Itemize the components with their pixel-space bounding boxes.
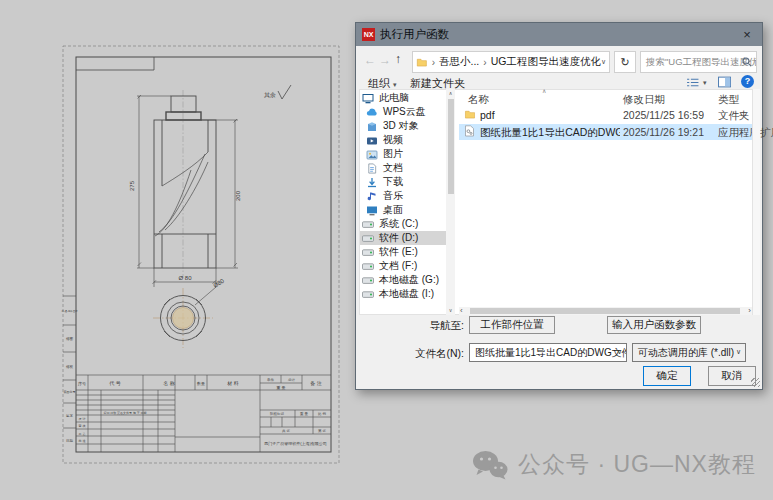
drive-icon [362,219,374,230]
title-block-grid [63,296,331,452]
sidebar-scrollbar[interactable]: ∧ ∨ [446,89,455,315]
view-list-icon[interactable] [686,77,699,88]
list-vertical-scrollbar[interactable] [752,89,760,315]
sidebar-item-drive-e[interactable]: 软件 (E:) [362,245,418,259]
filetype-select[interactable]: 可动态调用的库 (*.dll) ∨ [632,343,746,362]
svg-text:重 量: 重 量 [300,411,308,416]
svg-text:序号: 序号 [78,381,86,386]
sidebar-item-drive-i[interactable]: 本地磁盘 (I:) [362,287,434,301]
up-icon[interactable]: ↑ [395,53,401,65]
front-view [154,90,216,278]
scroll-down-icon[interactable]: ∨ [446,308,455,313]
resize-grip[interactable] [751,378,760,387]
breadcrumb[interactable]: › 吾思小... › UG工程图导出速度优化 ∨ [412,51,610,73]
scrollbar-thumb[interactable] [470,308,740,314]
dialog-titlebar: NX 执行用户函数 × [356,23,762,46]
refresh-icon[interactable]: ↻ [614,51,636,73]
filename-label: 文件名(N): [384,347,464,361]
dim-diameter-bottom: Ø 80 [178,275,192,281]
chevron-down-icon: ▾ [393,81,397,88]
view-options-caret-icon[interactable]: ▾ [703,79,707,87]
picture-icon [366,149,378,160]
filename-value: 图纸批量1比1导出CAD的DWG文件.dll [475,346,627,360]
search-value: 搜索"UG工程图导出速度优化" [641,52,756,72]
svg-text:阶段标记: 阶段标记 [270,411,285,416]
svg-text:总计: 总计 [287,378,296,382]
filename-input[interactable]: 图纸批量1比1导出CAD的DWG文件.dll ∨ [469,343,627,362]
scroll-up-icon[interactable]: ∧ [446,91,455,96]
cube-icon [366,121,378,132]
svg-text:数量: 数量 [197,381,205,386]
drive-icon [362,247,374,258]
scroll-right-icon[interactable]: › [748,306,751,315]
list-horizontal-scrollbar[interactable]: ‹ › [459,307,752,315]
work-part-location-button[interactable]: 工作部件位置 [469,316,555,334]
column-header-name[interactable]: 名称 [468,93,489,107]
wechat-icon [472,450,508,480]
surface-note-label: 其余 [264,92,276,99]
forward-icon[interactable]: → [379,54,391,66]
column-header-date[interactable]: 修改日期 [623,93,665,107]
svg-text:底图总号: 底图总号 [64,390,76,394]
cloud-icon [366,107,378,118]
column-header-type[interactable]: 类型 [718,93,739,107]
sidebar-item-drive-d[interactable]: 软件 (D:) [360,231,447,245]
chevron-down-icon[interactable]: ∨ [617,348,622,356]
cancel-button[interactable]: 取消 [708,366,756,386]
scroll-left-icon[interactable]: ‹ [460,306,463,315]
svg-text:共 张: 共 张 [282,429,290,433]
back-icon[interactable]: ← [364,54,376,66]
section-view [153,287,216,348]
dll-file-icon [464,125,475,137]
svg-text:审 核: 审 核 [79,424,86,428]
breadcrumb-dropdown-icon[interactable]: ∨ [601,58,606,66]
sidebar-item-desktop[interactable]: 桌面 [366,203,403,217]
music-note-icon [366,191,378,202]
download-icon [366,177,378,188]
file-date: 2025/11/26 19:21 [623,126,704,138]
svg-text:单件: 单件 [267,378,275,382]
filetype-value: 可动态调用的库 (*.dll) [638,346,734,360]
sidebar-item-drive-c[interactable]: 系统 (C:) [362,217,418,231]
dialog-title: 执行用户函数 [380,27,449,42]
user-function-params-button[interactable]: 输入用户函数参数 [607,316,701,334]
breadcrumb-current[interactable]: UG工程图导出速度优化 [491,55,601,69]
svg-text:重 量: 重 量 [275,385,285,390]
svg-text:批 准: 批 准 [79,439,86,443]
file-type: 应用程序扩展 [718,126,773,140]
svg-text:日期: 日期 [66,439,74,443]
svg-text:签字: 签字 [66,414,74,418]
folder-icon [464,109,476,119]
close-icon[interactable]: × [732,23,762,46]
chevron-down-icon[interactable]: ∨ [736,348,741,356]
svg-text:借(通)用件登记: 借(通)用件登记 [62,309,79,313]
svg-text:材 料: 材 料 [226,380,238,387]
breadcrumb-parent[interactable]: 吾思小... [439,55,479,69]
svg-text:西门子产品管理软件(上海)有限公司: 西门子产品管理软件(上海)有限公司 [264,441,327,446]
svg-text:第 张: 第 张 [318,429,326,433]
sidebar-item-music[interactable]: 音乐 [366,189,403,203]
svg-text:标记 处数 更改文件号 签 字 日期: 标记 处数 更改文件号 签 字 日期 [102,411,146,415]
sidebar-item-3d-objects[interactable]: 3D 对象 [366,119,419,133]
sidebar-item-pictures[interactable]: 图片 [366,147,403,161]
preview-pane-icon[interactable] [718,76,731,88]
dim-height-left: 275 [129,180,135,191]
dim-diameter-circle: Ø80 [212,277,225,289]
screenshot-root: 275 200 Ø 80 其余 Ø80 [0,0,773,500]
sidebar-item-drive-f[interactable]: 文档 (F:) [362,259,417,273]
scrollbar-thumb[interactable] [448,99,454,194]
svg-text:比 例: 比 例 [318,412,326,416]
search-input[interactable]: 搜索"UG工程图导出速度优化" [640,51,757,73]
file-name: 图纸批量1比1导出CAD的DWG文件.dll [480,126,620,140]
svg-text:名 称: 名 称 [163,380,174,386]
sidebar-item-videos[interactable]: 视频 [366,133,403,147]
sidebar-item-downloads[interactable]: 下载 [366,175,403,189]
sidebar-item-drive-g[interactable]: 本地磁盘 (G:) [362,273,439,287]
sidebar-item-wps-cloud[interactable]: WPS云盘 [366,105,426,119]
sidebar-item-this-pc[interactable]: 此电脑 [362,91,409,105]
help-icon[interactable]: ? [741,75,754,88]
sidebar-item-documents[interactable]: 文档 [366,161,403,175]
ok-button[interactable]: 确定 [643,366,691,386]
drive-icon [362,261,374,272]
sheet-inner-border [76,57,331,452]
